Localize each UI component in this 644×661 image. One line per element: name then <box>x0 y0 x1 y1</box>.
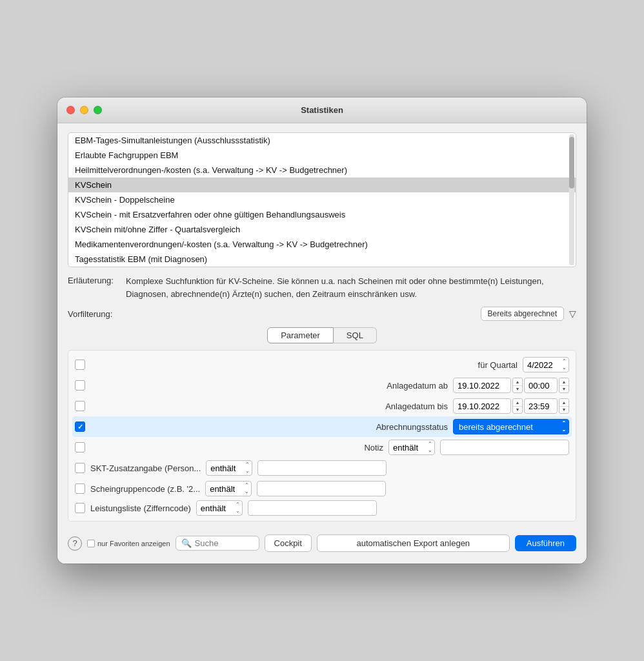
scrollbar-thumb[interactable] <box>569 137 574 188</box>
tabs-row: Parameter SQL <box>68 327 576 343</box>
select-notiz[interactable]: enthält <box>388 440 435 455</box>
search-input[interactable] <box>195 538 254 548</box>
param-row-quartal: für Quartal 4/2022 <box>75 354 569 375</box>
list-item[interactable]: Medikamentenverordnungen/-kosten (s.a. V… <box>68 237 576 252</box>
vorfilterung-row: Vorfilterung: Bereits abgerechnet ▽ <box>68 307 576 321</box>
vorfilterung-label: Vorfilterung: <box>68 309 126 319</box>
vorfilterung-button[interactable]: Bereits abgerechnet <box>481 307 564 321</box>
label-notiz: Notiz <box>364 443 383 453</box>
param-row-anlagedatum-bis: Anlagedatum bis ▲ ▼ ▲ ▼ <box>75 396 569 416</box>
erlaeuterung-text: Komplexe Suchfunktion für KV-Scheine. Si… <box>126 275 576 300</box>
param-row-skt: SKT-Zusatzangabe (Person... enthält <box>75 458 569 478</box>
select-abrechnungsstatus[interactable]: bereits abgerechnet <box>453 419 569 434</box>
favorites-row: nur Favoriten anzeigen <box>87 540 170 547</box>
tab-parameter[interactable]: Parameter <box>267 327 334 343</box>
maximize-button[interactable] <box>94 106 102 114</box>
input-skt[interactable] <box>257 460 387 476</box>
input-anlagedatum-ab-date[interactable] <box>453 378 511 393</box>
input-leistungsliste[interactable] <box>248 500 377 516</box>
checkbox-scheingruppencode[interactable] <box>75 483 85 494</box>
erlaeuterung-label: Erläuterung: <box>68 275 126 285</box>
checkbox-skt[interactable] <box>75 463 85 473</box>
list-item-selected[interactable]: KVSchein <box>68 178 576 192</box>
checkbox-quartal[interactable] <box>75 360 85 370</box>
param-row-scheingruppencode: Scheingruppencode (z.B. '2... enthält <box>75 478 569 499</box>
statistics-list: EBM-Tages-Simultanleistungen (Ausschluss… <box>68 132 576 267</box>
export-button[interactable]: automatischen Export anlegen <box>317 534 510 552</box>
checkbox-abrechnungsstatus[interactable] <box>75 422 85 432</box>
search-field[interactable]: 🔍 <box>176 536 259 551</box>
stepper-anlagedatum-ab-date[interactable]: ▲ ▼ <box>512 378 523 393</box>
label-anlagedatum-bis: Anlagedatum bis <box>385 402 448 411</box>
stepper-anlagedatum-ab-time[interactable]: ▲ ▼ <box>559 378 569 393</box>
stepper-anlagedatum-bis-time[interactable]: ▲ ▼ <box>559 398 569 414</box>
select-scheingruppencode[interactable]: enthält <box>205 481 252 496</box>
window-controls <box>66 106 102 114</box>
close-button[interactable] <box>66 106 75 114</box>
param-row-anlagedatum-ab: Anlagedatum ab ▲ ▼ ▲ ▼ <box>75 375 569 396</box>
filter-icon[interactable]: ▽ <box>569 309 576 319</box>
scrollbar[interactable] <box>569 134 574 265</box>
select-skt[interactable]: enthält <box>206 460 252 476</box>
label-scheingruppencode: Scheingruppencode (z.B. '2... <box>90 484 200 494</box>
param-row-notiz: Notiz enthält <box>75 437 569 458</box>
tab-sql[interactable]: SQL <box>334 327 377 343</box>
window-title: Statistiken <box>301 105 343 115</box>
minimize-button[interactable] <box>80 106 88 114</box>
params-area: für Quartal 4/2022 Anlagedatum ab ▲ ▼ <box>68 350 576 522</box>
erlaeuterung-row: Erläuterung: Komplexe Suchfunktion für K… <box>68 275 576 300</box>
label-leistungsliste: Leistungsliste (Zifferncode) <box>90 503 191 513</box>
label-abrechnungsstatus: Abrechnungsstatus <box>376 422 448 432</box>
label-anlagedatum-ab: Anlagedatum ab <box>387 381 448 391</box>
search-icon: 🔍 <box>181 538 192 548</box>
list-item[interactable]: EBM-Tages-Simultanleistungen (Ausschluss… <box>68 133 576 148</box>
input-anlagedatum-bis-time[interactable] <box>524 398 558 414</box>
input-anlagedatum-bis-date[interactable] <box>453 398 511 414</box>
label-quartal: für Quartal <box>478 360 518 370</box>
checkbox-anlagedatum-ab[interactable] <box>75 380 85 391</box>
select-quartal[interactable]: 4/2022 <box>523 357 569 372</box>
select-leistungsliste[interactable]: enthält <box>196 500 243 516</box>
list-item[interactable]: Tagesstatistik EBM (mit Diagnosen) <box>68 252 576 267</box>
ausfuhren-button[interactable]: Ausführen <box>515 535 576 551</box>
checkbox-anlagedatum-bis[interactable] <box>75 401 85 411</box>
list-item[interactable]: KVSchein - mit Ersatzverfahren oder ohne… <box>68 207 576 222</box>
label-skt: SKT-Zusatzangabe (Person... <box>90 463 201 473</box>
list-item[interactable]: Erlaubte Fachgruppen EBM <box>68 148 576 163</box>
param-row-leistungsliste: Leistungsliste (Zifferncode) enthält <box>75 499 569 517</box>
checkbox-notiz[interactable] <box>75 442 85 453</box>
titlebar: Statistiken <box>57 97 587 123</box>
cockpit-button[interactable]: Cockpit <box>265 534 312 552</box>
main-window: Statistiken EBM-Tages-Simultanleistungen… <box>57 97 587 564</box>
window-body: EBM-Tages-Simultanleistungen (Ausschluss… <box>57 123 587 564</box>
list-item[interactable]: KVSchein mit/ohne Ziffer - Quartalsvergl… <box>68 222 576 237</box>
list-item[interactable]: Heilmittelverordnungen-/kosten (s.a. Ver… <box>68 163 576 178</box>
favorites-checkbox[interactable] <box>87 540 95 547</box>
stepper-anlagedatum-bis-date[interactable]: ▲ ▼ <box>512 398 523 414</box>
input-notiz[interactable] <box>440 440 569 455</box>
favorites-label: nur Favoriten anzeigen <box>97 540 170 547</box>
help-button[interactable]: ? <box>68 536 82 551</box>
select-quartal-wrapper: 4/2022 <box>523 357 569 372</box>
bottom-bar: ? nur Favoriten anzeigen 🔍 Cockpit autom… <box>68 528 576 554</box>
input-scheingruppencode[interactable] <box>257 481 386 496</box>
checkbox-leistungsliste[interactable] <box>75 503 85 513</box>
param-row-abrechnungsstatus: Abrechnungsstatus bereits abgerechnet ⌃ … <box>72 416 572 437</box>
list-item[interactable]: KVSchein - Doppelscheine <box>68 192 576 207</box>
input-anlagedatum-ab-time[interactable] <box>524 378 558 393</box>
